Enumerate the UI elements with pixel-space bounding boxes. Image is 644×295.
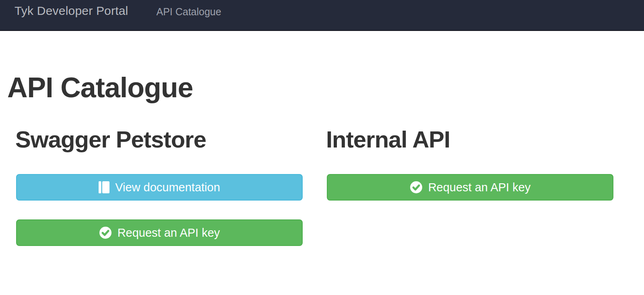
navbar-brand[interactable]: Tyk Developer Portal [14, 4, 128, 18]
top-navbar: Tyk Developer Portal API Catalogue [0, 0, 644, 31]
request-api-key-button[interactable]: Request an API key [327, 174, 613, 201]
check-circle-icon [99, 226, 112, 239]
request-api-key-button[interactable]: Request an API key [16, 219, 303, 246]
nav-item-api-catalogue[interactable]: API Catalogue [156, 6, 221, 18]
api-name: Internal API [326, 128, 450, 151]
button-label: Request an API key [428, 181, 531, 194]
book-icon [99, 181, 109, 194]
api-name: Swagger Petstore [15, 128, 206, 151]
main-content: API Catalogue Swagger Petstore View docu… [0, 31, 644, 294]
page-title: API Catalogue [7, 74, 193, 102]
check-circle-icon [410, 181, 423, 194]
button-label: View documentation [115, 181, 220, 194]
view-documentation-button[interactable]: View documentation [16, 174, 303, 201]
button-label: Request an API key [118, 226, 220, 240]
